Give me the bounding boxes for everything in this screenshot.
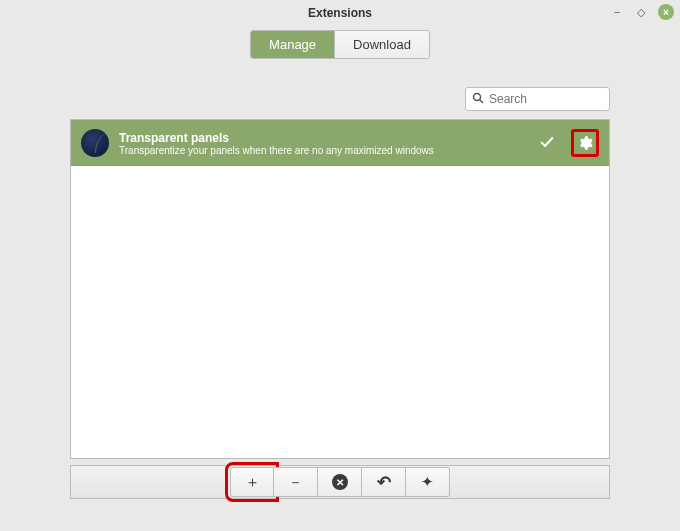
toolbar-group: ＋ － ✕ ↶ ✦ [230,467,450,497]
window-title: Extensions [308,6,372,20]
tab-bar: Manage Download [0,30,680,59]
extension-icon [81,129,109,157]
minimize-button[interactable]: − [610,5,624,19]
tab-download[interactable]: Download [334,31,429,58]
search-row [0,59,680,115]
delete-button[interactable]: ✕ [318,467,362,497]
plus-icon: ＋ [245,473,260,492]
gear-icon [577,135,593,151]
undo-button[interactable]: ↶ [362,467,406,497]
extension-row[interactable]: Transparent panels Transparentize your p… [71,120,609,166]
svg-line-1 [480,99,484,103]
delete-icon: ✕ [332,474,348,490]
extension-title: Transparent panels [119,131,523,145]
promote-button[interactable]: ✦ [406,467,450,497]
extensions-list: Transparent panels Transparentize your p… [70,119,610,459]
search-icon [472,92,484,107]
close-button[interactable]: × [658,4,674,20]
tab-manage[interactable]: Manage [251,31,334,58]
window-controls: − ◇ × [610,4,674,20]
star-icon: ✦ [421,473,434,491]
extension-description: Transparentize your panels when there ar… [119,145,523,156]
search-input[interactable] [489,92,603,106]
maximize-button[interactable]: ◇ [634,5,648,19]
remove-button[interactable]: － [274,467,318,497]
bottom-toolbar: ＋ － ✕ ↶ ✦ [70,465,610,499]
svg-point-0 [474,93,481,100]
extension-text: Transparent panels Transparentize your p… [119,131,523,156]
titlebar: Extensions − ◇ × [0,0,680,26]
minus-icon: － [288,473,303,492]
settings-button[interactable] [571,129,599,157]
undo-icon: ↶ [377,472,391,493]
enabled-check-icon [533,134,561,153]
add-button[interactable]: ＋ [230,467,274,497]
search-box[interactable] [465,87,610,111]
tab-group: Manage Download [250,30,430,59]
